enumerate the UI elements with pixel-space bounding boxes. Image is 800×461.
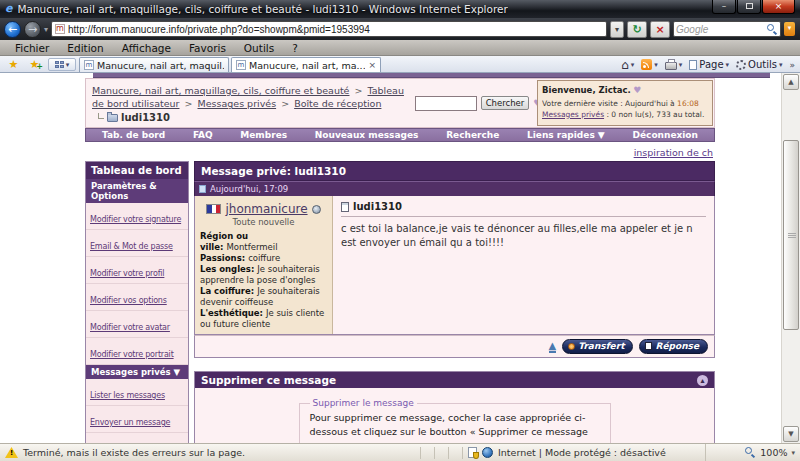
breadcrumb-link[interactable]: Messages privés [198, 98, 277, 109]
chevron-down-icon: ▾ [679, 61, 683, 69]
dashboard-sidebar: Tableau de bord Paramètres & Options Mod… [85, 161, 189, 443]
transfert-label: Transfert [578, 341, 624, 351]
feeds-button[interactable]: ▾ [639, 59, 660, 70]
chercher-button[interactable]: Chercher [481, 96, 530, 110]
forward-button[interactable]: → [24, 21, 41, 38]
sender-field: Passions:coiffure [200, 253, 327, 264]
collapse-toggle-icon[interactable]: ▴ [697, 375, 708, 386]
scrollbar-thumb[interactable] [783, 140, 799, 330]
scrollbar-down-button[interactable]: ▼ [783, 426, 799, 442]
warning-icon[interactable]: ! [5, 447, 18, 458]
breadcrumb-link[interactable]: Manucure, nail art, maquillage, cils, co… [92, 85, 349, 96]
search-magnifier-icon[interactable] [767, 24, 778, 35]
tab-2[interactable]: m Manucure, nail art, ma... × [231, 57, 381, 72]
print-button[interactable]: ▾ [663, 59, 685, 70]
tab-label: Manucure, nail art, maquil... [97, 60, 224, 71]
messages-stats: : 0 non lu(s), 733 au total. [606, 110, 704, 119]
menu-aide[interactable]: ? [283, 42, 307, 54]
zoom-magnifier-icon [745, 447, 756, 458]
page-menu-button[interactable]: Page ▾ [687, 59, 731, 70]
refresh-button[interactable]: ↻ [627, 21, 647, 38]
address-dropdown-icon[interactable]: ▾ [610, 21, 624, 38]
forum-header-block: Manucure, nail art, maquillage, cils, co… [85, 78, 715, 128]
close-button[interactable]: × [762, 0, 795, 14]
menu-fichier[interactable]: Fichier [6, 42, 58, 54]
scrollbar-up-button[interactable]: ▲ [783, 74, 799, 90]
heart-icon: ♥ [633, 85, 641, 95]
back-button[interactable]: ← [4, 21, 21, 38]
home-button[interactable]: ⌂ ▾ [619, 59, 636, 71]
delete-panel-header: Supprimer ce message ▴ [195, 372, 714, 388]
sidebar-link: Lister les messages [86, 379, 188, 406]
pm-footer-bar: ▲ Transfert Réponse [194, 335, 715, 358]
transfert-button[interactable]: Transfert [562, 339, 633, 354]
tab-close-icon[interactable]: × [368, 60, 376, 70]
breadcrumb-separator: > [281, 98, 289, 109]
menu-affichage[interactable]: Affichage [113, 42, 180, 54]
sidebar-link-lister-messages[interactable]: Lister les messages [90, 391, 165, 400]
tab-1[interactable]: m Manucure, nail art, maquil... [79, 57, 229, 72]
breadcrumb-separator: > [355, 85, 363, 96]
address-input[interactable] [68, 22, 603, 36]
sidebar-link-modifier-avatar[interactable]: Modifier votre avatar [90, 323, 170, 332]
tree-elbow-icon [98, 113, 104, 119]
sidebar-section-parametres: Paramètres & Options [86, 179, 188, 203]
search-options-dropdown-icon[interactable]: ▾ [784, 22, 795, 36]
field-value: Montfermeil [226, 242, 277, 252]
gear-icon [736, 60, 746, 70]
sidebar-link: Modifier votre profil [86, 257, 188, 284]
minimize-button[interactable]: – [712, 0, 736, 14]
sidebar-link-modifier-options[interactable]: Modifier vos options [90, 296, 167, 305]
go-to-top-icon[interactable]: ▲ [549, 341, 557, 353]
zoom-dropdown-icon[interactable]: ▾ [791, 449, 795, 457]
stop-button[interactable]: × [650, 21, 670, 38]
sidebar-link-envoyer-message[interactable]: Envoyer un message [90, 418, 170, 427]
navbar-item-faq[interactable]: FAQ [193, 130, 213, 140]
sidebar-section-messages-prives[interactable]: Messages privés ▼ [86, 365, 188, 379]
overflow-chevrons-icon[interactable]: » [787, 60, 795, 70]
add-favorite-icon[interactable]: ★ + [24, 57, 45, 72]
breadcrumb-separator: > [185, 98, 193, 109]
breadcrumb-link[interactable]: Boîte de réception [294, 98, 381, 109]
sidebar-link-modifier-profil[interactable]: Modifier votre profil [90, 269, 164, 278]
sidebar-link: Modifier votre avatar [86, 311, 188, 338]
tools-menu-button[interactable]: Outils ▾ [734, 59, 784, 70]
scrollbar-grip [788, 233, 796, 234]
field-value: coiffure [248, 253, 280, 263]
maximize-button[interactable] [737, 0, 761, 14]
menu-edition[interactable]: Edition [58, 42, 112, 54]
reply-glyph-icon [645, 342, 652, 350]
current-page-label: ludi1310 [121, 111, 170, 125]
sidebar-link-email-mot-de-passe[interactable]: Email & Mot de passe [90, 242, 173, 251]
security-zone-segment: Internet | Mode protégé : désactivé [468, 447, 700, 458]
sender-name-link[interactable]: jhonmanicure [225, 202, 307, 216]
sidebar-link-modifier-portrait[interactable]: Modifier votre portrait [90, 350, 174, 359]
history-dropdown-icon[interactable]: ▾ [44, 25, 48, 34]
favorites-star-icon[interactable]: ★ [3, 57, 24, 72]
reponse-button[interactable]: Réponse [639, 339, 708, 354]
navigation-toolbar: ← → ▾ m ▾ ↻ × ▾ [0, 18, 800, 40]
field-label: Les ongles: [200, 264, 254, 274]
menu-outils[interactable]: Outils [235, 42, 283, 54]
navbar-item-membres[interactable]: Membres [240, 130, 287, 140]
web-search-input[interactable] [676, 24, 765, 35]
messages-prives-link[interactable]: Messages privés [542, 110, 604, 119]
navbar-item-liens-rapides[interactable]: Liens rapides ▼ [527, 130, 605, 140]
quick-tabs-button[interactable]: ▾ [48, 58, 76, 71]
navbar-item-recherche[interactable]: Recherche [446, 130, 499, 140]
forum-search-input[interactable] [415, 96, 477, 111]
status-spacer [250, 444, 463, 461]
sidebar-link-modifier-signature[interactable]: Modifier votre signature [90, 215, 181, 224]
printer-icon [665, 62, 677, 70]
zoom-level: 100% [760, 447, 787, 458]
tab-favicon: m [236, 60, 246, 70]
rss-icon [641, 59, 652, 70]
title-bar: e Manucure, nail art, maquillage, cils, … [0, 0, 800, 18]
navbar-item-nouveaux-messages[interactable]: Nouveaux messages [315, 130, 419, 140]
zoom-segment[interactable]: 100% ▾ [705, 444, 795, 461]
menu-favoris[interactable]: Favoris [180, 42, 235, 54]
inspiration-link[interactable]: inspiration de ch [634, 147, 713, 158]
navbar-item-deconnexion[interactable]: Déconnexion [632, 130, 698, 140]
vertical-scrollbar[interactable]: ▲ ▼ [781, 73, 800, 443]
navbar-item-tab-de-bord[interactable]: Tab. de bord [102, 130, 165, 140]
